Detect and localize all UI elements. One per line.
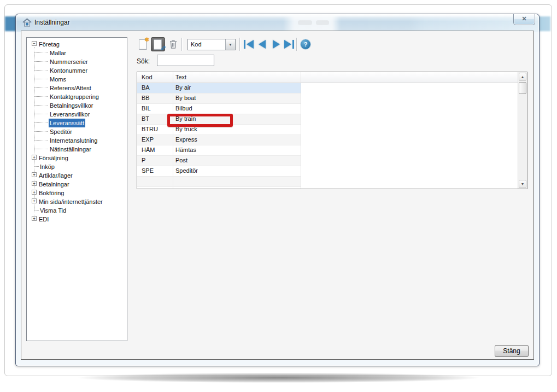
toolbar-separator [181,38,182,51]
tree-item-label: Bokföring [38,189,65,197]
tree-connector [34,96,48,97]
cell-kod: BTRU [142,126,171,132]
tree-item-label: Kontonummer [49,66,89,75]
nav-last-button[interactable] [283,39,295,50]
tree-item-label: Nummerserier [49,57,89,66]
tree-item[interactable]: Mallar [27,48,127,57]
grid-empty-row[interactable] [137,177,301,187]
tree-item-label: Min sida/internettjänster [38,197,104,206]
grid-row[interactable]: EXPExpress [137,135,301,145]
expand-icon[interactable]: + [32,198,37,203]
tree-item[interactable]: Referens/Attest [27,83,127,92]
cell-text: Bilbud [175,105,299,112]
tree-item-label: Försäljning [38,154,69,162]
toolbar-separator [296,38,297,51]
cell-text: By train [175,115,299,122]
tree-item-label: Företag [38,40,61,49]
grid-row[interactable]: HÄMHämtas [137,145,301,156]
nav-previous-button[interactable] [256,39,269,50]
grid-row[interactable]: SPESpeditör [137,166,301,177]
tree-item-label: Mallar [49,49,67,57]
tree-connector [34,87,48,88]
grid-row[interactable]: PPost [137,156,301,166]
sort-field-combobox[interactable]: Kod ▼ [187,39,236,50]
pencil-icon: ✎ [160,44,166,52]
sort-field-value: Kod [191,41,202,48]
tree-item-label: Artiklar/lager [38,171,74,180]
tree-item[interactable]: Nummerserier [27,57,127,66]
tree-item-label: Referens/Attest [49,84,92,92]
grid-row[interactable]: BTRUBy truck [137,125,301,135]
tree-item[interactable]: Speditör [27,127,127,136]
grid-empty-row[interactable] [137,187,301,189]
tree-item[interactable]: Moms [27,74,127,83]
window-close-button[interactable]: ✕ [513,14,535,25]
expand-icon[interactable]: + [32,155,37,160]
tree-connector [34,131,48,132]
expand-icon[interactable]: + [32,181,37,186]
grid-row[interactable]: BABy air [137,83,301,93]
expand-icon[interactable]: + [32,172,37,177]
grid-row[interactable]: BTBy train [137,114,301,125]
tree-item-label: Leveransvillkor [49,110,91,119]
tree-connector [34,210,39,210]
tree-connector [34,114,48,114]
tree-item[interactable]: +Försäljning [27,153,127,162]
grid-header: Kod Text [137,72,518,83]
next-record-icon [273,40,280,49]
edit-record-button[interactable]: ✎ [151,37,165,51]
close-dialog-button[interactable]: Stäng [495,345,529,357]
expand-icon[interactable]: + [32,190,37,195]
tree-item[interactable]: Nätinställningar [27,144,127,153]
cell-kod: P [142,157,171,163]
tree-connector [34,166,39,167]
vertical-scrollbar[interactable]: ▲ ▼ [518,72,527,189]
cell-kod: SPE [142,167,171,174]
delivery-methods-grid: Kod Text BABy airBBBy boatBILBilbudBTBy … [137,72,527,189]
cell-text: Post [175,157,299,163]
scroll-up-icon[interactable]: ▲ [519,73,526,81]
tree-item-label: Betalningar [38,180,71,189]
tree-item[interactable]: Inköp [27,162,127,171]
cell-kod: BIL [142,105,171,112]
search-label: Sök: [137,57,150,65]
nav-first-button[interactable] [243,39,255,50]
tree-item-label: Betalningsvillkor [49,101,94,110]
tree-item[interactable]: Visma Tid [27,206,127,214]
tree-item[interactable]: Kontonummer [27,66,127,74]
tree-item[interactable]: +EDI [27,214,127,223]
cell-kod: EXP [142,136,171,143]
home-icon [22,18,32,27]
tree-item-label: Inköp [39,162,56,171]
tree-connector [34,79,48,79]
tree-item[interactable]: −Företag [27,39,127,48]
expand-icon[interactable]: + [32,216,37,221]
tree-connector [34,122,48,123]
combo-dropdown-button[interactable]: ▼ [225,39,235,50]
tree-item-label: Nätinställningar [49,145,92,154]
collapse-icon[interactable]: − [32,41,37,46]
grid-row[interactable]: BBBy boat [137,93,301,104]
tree-item[interactable]: Betalningsvillkor [27,101,127,109]
cell-kod: HÄM [142,147,171,153]
delete-record-button[interactable] [167,38,179,50]
help-button[interactable]: ? [301,39,310,49]
tree-item[interactable]: +Betalningar [27,179,127,188]
tree-item[interactable]: Leveranssätt [27,118,127,127]
scroll-down-icon[interactable]: ▼ [519,180,526,188]
tree-item[interactable]: +Min sida/internettjänster [27,197,127,206]
search-input[interactable] [157,55,214,66]
tree-item[interactable]: Kontaktgruppering [27,92,127,101]
scrollbar-thumb[interactable] [519,82,526,94]
column-header-text[interactable]: Text [175,74,285,80]
nav-next-button[interactable] [270,39,283,50]
window-title: Inställningar [34,19,70,26]
new-record-button[interactable]: ✱ [137,38,149,50]
grid-row[interactable]: BILBilbud [137,104,301,114]
tree-item[interactable]: Leveransvillkor [27,109,127,118]
tree-item[interactable]: +Artiklar/lager [27,171,127,179]
column-header-kod[interactable]: Kod [142,74,173,80]
tree-item[interactable]: +Bokföring [27,188,127,197]
tree-item-label: EDI [38,215,50,224]
tree-item[interactable]: Internetanslutning [27,136,127,144]
